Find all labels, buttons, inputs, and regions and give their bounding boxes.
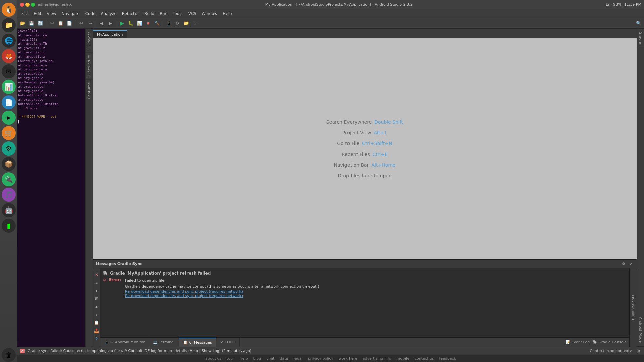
toolbar-search-btn[interactable]: 🔍 (635, 19, 643, 27)
msg-down-btn[interactable]: ▼ (93, 287, 100, 294)
statusbar-text: Gradle sync failed: Cause: error in open… (28, 349, 587, 353)
footer-chat[interactable]: chat (266, 356, 274, 361)
editor-tab-myapp[interactable]: MyApplication (93, 30, 127, 38)
menu-tools[interactable]: Tools (170, 10, 185, 17)
bottom-tab-todo[interactable]: ✔ TODO (216, 338, 240, 347)
menu-edit[interactable]: Edit (31, 10, 44, 17)
terminal-icon[interactable]: ▮ (2, 219, 16, 233)
project-hint-key: Alt+1 (374, 130, 387, 135)
files-icon[interactable]: 📁 (2, 18, 16, 32)
footer-privacy[interactable]: privacy policy (308, 356, 333, 361)
toolbar-profile-btn[interactable]: 📊 (136, 19, 144, 27)
toolbar-build-btn[interactable]: 🔨 (153, 19, 161, 27)
toolbar-open-btn[interactable]: 📂 (19, 19, 27, 27)
toolbar-stop-btn[interactable]: ■ (144, 19, 152, 27)
gradle-console-btn[interactable]: 🐘 Gradle Console (592, 340, 627, 344)
footer-mobile[interactable]: mobile (397, 356, 409, 361)
menu-build[interactable]: Build (142, 10, 157, 17)
toolbar-fwd-btn[interactable]: ▶ (106, 19, 114, 27)
settings-icon[interactable]: ⚙ (2, 141, 16, 156)
msg-export-btn[interactable]: 📤 (93, 327, 100, 334)
menu-window[interactable]: Window (199, 10, 220, 17)
favorites-tab[interactable]: Build Variants (629, 268, 637, 347)
toolbar-sdk-btn[interactable]: ⚙ (173, 19, 181, 27)
vlc-icon[interactable]: 🎵 (2, 188, 16, 202)
android-studio-icon[interactable]: ▶ (2, 111, 16, 125)
panel-close-btn[interactable]: ✕ (628, 261, 634, 267)
browser-icon[interactable]: 🌐 (2, 34, 16, 48)
menu-file[interactable]: File (19, 10, 31, 17)
footer-contact-us[interactable]: contact us (415, 356, 434, 361)
menu-vcs[interactable]: VCS (185, 10, 199, 17)
bottom-tab-terminal[interactable]: 💻 Terminal (149, 338, 179, 347)
left-tab-structure[interactable]: 2: Structure (86, 52, 93, 79)
footer-legal[interactable]: legal (293, 356, 303, 361)
msg-down2-btn[interactable]: ↓ (93, 311, 100, 318)
error-row-1: ⊘ Error: Failed to open zip file. Gradle… (103, 277, 627, 299)
msg-help-btn[interactable]: ? (93, 336, 100, 342)
footer-advertising[interactable]: advertising info (363, 356, 391, 361)
footer-about-us[interactable]: about us (205, 356, 221, 361)
menu-analyze[interactable]: Analyze (98, 10, 119, 17)
toolbar-avd-btn[interactable]: 📱 (165, 19, 173, 27)
ubuntu-icon[interactable]: 🐧 (2, 3, 16, 17)
toolbar-debug-btn[interactable]: 🐛 (127, 19, 135, 27)
footer-feedback[interactable]: feedback (439, 356, 456, 361)
toolbar-save-btn[interactable]: 💾 (28, 19, 36, 27)
todo-label: TODO (225, 340, 236, 344)
toolbar-sync-btn[interactable]: 🔄 (36, 19, 44, 27)
footer-blog[interactable]: blog (253, 356, 261, 361)
footer-tour[interactable]: tour (227, 356, 234, 361)
footer-data[interactable]: data (280, 356, 288, 361)
toolbar-undo-btn[interactable]: ↩ (77, 19, 85, 27)
right-tab-gradle[interactable]: Gradle (637, 29, 644, 47)
msg-up-btn[interactable]: ▲ (93, 303, 100, 310)
minimize-button[interactable] (25, 3, 30, 7)
toolbar-cut-btn[interactable]: ✂ (48, 19, 56, 27)
green-app-icon[interactable]: 🔌 (2, 172, 16, 186)
panel-settings-btn[interactable]: ⚙ (621, 261, 627, 267)
menu-run[interactable]: Run (157, 10, 170, 17)
toolbar-redo-btn[interactable]: ↪ (86, 19, 94, 27)
toolbar-help-btn[interactable]: ? (191, 19, 199, 27)
msg-copy-btn[interactable]: 📋 (93, 319, 100, 326)
close-button[interactable] (20, 3, 24, 7)
left-tab-project[interactable]: 1: Project (86, 29, 93, 52)
menu-help[interactable]: Help (220, 10, 234, 17)
error-link-2[interactable]: Re-download dependencies and sync projec… (125, 294, 319, 298)
firefox-icon[interactable]: 🦊 (2, 49, 16, 63)
right-tab-android-model[interactable]: Android Model (637, 314, 644, 347)
term-line-20: [ 444322] WARN - ect (17, 115, 85, 119)
app-icon[interactable]: 📦 (2, 157, 16, 171)
editor-content[interactable]: Search Everywhere Double Shift Project V… (93, 38, 637, 259)
left-tab-captures[interactable]: Captures (86, 79, 93, 102)
toolbar-run-btn[interactable]: ▶ (118, 19, 126, 27)
menu-refactor[interactable]: Refactor (119, 10, 142, 17)
maximize-button[interactable] (31, 3, 35, 7)
toolbar-copy-btn[interactable]: 📋 (57, 19, 65, 27)
toolbar-projects-btn[interactable]: 📁 (182, 19, 190, 27)
msg-expand-btn[interactable]: ⊞ (93, 295, 100, 302)
menu-code[interactable]: Code (83, 10, 98, 17)
bottom-tab-messages[interactable]: 📋 0: Messages (179, 338, 216, 347)
toolbar-paste-btn[interactable]: 📄 (65, 19, 73, 27)
amazon-icon[interactable]: 🛒 (2, 126, 16, 140)
gradle-title-row[interactable]: 🐘 Gradle 'MyApplication' project refresh… (103, 270, 627, 277)
toolbar-back-btn[interactable]: ◀ (98, 19, 106, 27)
messages-icon: 📋 (183, 340, 188, 345)
spreadsheet-icon[interactable]: 📊 (2, 80, 16, 94)
menu-view[interactable]: View (44, 10, 59, 17)
trash-icon[interactable]: 🗑 (2, 348, 16, 362)
event-log-btn[interactable]: 📝 Event Log (566, 340, 590, 344)
msg-filter-btn[interactable]: ≡ (93, 279, 100, 286)
footer-work-here[interactable]: work here (339, 356, 357, 361)
docs-icon[interactable]: 📄 (2, 95, 16, 109)
msg-close-btn[interactable]: ✕ (93, 271, 100, 278)
bottom-tab-android-monitor[interactable]: 📱 6: Android Monitor (100, 338, 149, 347)
email-icon[interactable]: ✉ (2, 64, 16, 78)
error-link-1[interactable]: Re-download dependencies and sync projec… (125, 289, 319, 294)
footer-help[interactable]: help (240, 356, 248, 361)
android-icon2[interactable]: 🤖 (2, 203, 16, 217)
menu-navigate[interactable]: Navigate (59, 10, 83, 17)
statusbar-expand-btn[interactable]: ⊞ (635, 348, 641, 354)
